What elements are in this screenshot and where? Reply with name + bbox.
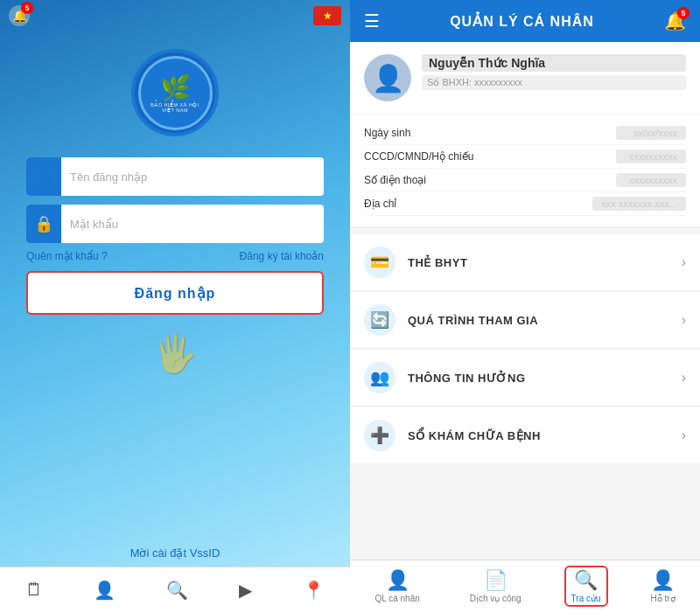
value-birthday: xx/xx/xxxx — [616, 126, 686, 140]
nav-ql-label: QL cá nhân — [374, 594, 419, 603]
username-row: 👤 — [26, 157, 324, 196]
nav-left-video[interactable]: ▶ — [239, 580, 252, 601]
nav-reports-icon: 🗒 — [25, 580, 43, 600]
nav-search-icon: 🔍 — [166, 580, 188, 601]
thong-tin-label: THÔNG TIN HƯỞNG — [408, 372, 682, 385]
value-cccd: xxxxxxxxxx — [616, 150, 686, 163]
nav-location-icon: 📍 — [303, 580, 325, 601]
password-row: 🔒 — [26, 205, 324, 243]
nav-left-location[interactable]: 📍 — [303, 580, 325, 601]
thong-tin-icon: 👥 — [370, 368, 389, 387]
label-birthday: Ngày sinh — [364, 127, 410, 139]
info-row-address: Địa chỉ xxx xxxxxxx xxx... — [364, 192, 686, 216]
logo-human-icon: 🌿 — [160, 73, 191, 102]
register-link[interactable]: Đăng ký tài khoản — [240, 250, 324, 262]
login-button-wrap: Đăng nhập — [26, 271, 324, 315]
nav-right-tracuu[interactable]: 🔍 Tra cứu — [564, 566, 608, 607]
nav-hotro-icon: 👤 — [651, 569, 675, 592]
logo-area: 🌿 BẢO HIỂM XÃ HỘIVIỆT NAM — [131, 49, 219, 136]
value-address: xxx xxxxxxx xxx... — [592, 197, 686, 211]
the-bhyt-icon: 💳 — [370, 253, 389, 272]
the-bhyt-icon-circle: 💳 — [364, 247, 396, 278]
chevron-thong-tin: › — [682, 370, 686, 386]
logo-ring-text: BẢO HIỂM XÃ HỘIVIỆT NAM — [150, 102, 200, 113]
menu-item-thong-tin[interactable]: 👥 THÔNG TIN HƯỞNG › — [350, 350, 700, 407]
profile-id: Số BHXH: xxxxxxxxxx — [422, 75, 686, 90]
info-row-cccd: CCCD/CMND/Hộ chiếu xxxxxxxxxx — [364, 145, 686, 169]
right-notification[interactable]: 🔔 5 — [664, 10, 686, 31]
login-button[interactable]: Đăng nhập — [30, 275, 320, 311]
value-phone: xxxxxxxxxx — [616, 173, 686, 187]
username-input[interactable] — [61, 170, 324, 184]
logo-circle: 🌿 BẢO HIỂM XÃ HỘIVIỆT NAM — [131, 49, 219, 136]
label-cccd: CCCD/CMND/Hộ chiếu — [364, 150, 473, 163]
login-form: 👤 🔒 — [26, 157, 324, 243]
header-title: QUẢN LÝ CÁ NHÂN — [450, 13, 594, 30]
nav-dvc-icon: 📄 — [484, 569, 508, 592]
hamburger-icon[interactable]: ☰ — [364, 10, 380, 31]
chevron-the-bhyt: › — [682, 254, 686, 270]
nav-dvc-label: Dịch vụ công — [470, 594, 522, 603]
user-icon: 👤 — [26, 157, 61, 196]
info-table: Ngày sinh xx/xx/xxxx CCCD/CMND/Hộ chiếu … — [350, 115, 700, 227]
profile-info: Nguyễn Thức Nghĩa Số BHXH: xxxxxxxxxx — [422, 54, 686, 90]
left-top-bar: 🔔 5 — [0, 0, 350, 31]
info-row-phone: Số điện thoại xxxxxxxxxx — [364, 169, 686, 192]
bottom-nav-right: 👤 QL cá nhân 📄 Dịch vụ công 🔍 Tra cứu 👤 … — [350, 560, 700, 612]
left-panel: 🔔 5 🌿 BẢO HIỂM XÃ HỘIVIỆT NAM 👤 🔒 Quên m… — [0, 0, 350, 612]
label-address: Địa chỉ — [364, 198, 396, 210]
nav-right-ql[interactable]: 👤 QL cá nhân — [368, 566, 426, 607]
qua-trinh-icon-circle: 🔄 — [364, 304, 396, 336]
qua-trinh-label: QUÁ TRÌNH THAM GIA — [408, 314, 682, 327]
profile-name: Nguyễn Thức Nghĩa — [422, 54, 686, 72]
nav-right-dvc[interactable]: 📄 Dịch vụ công — [463, 566, 528, 607]
right-panel: ☰ QUẢN LÝ CÁ NHÂN 🔔 5 👤 Nguyễn Thức Nghĩ… — [350, 0, 700, 612]
nav-tracuu-icon: 🔍 — [574, 569, 598, 592]
right-header: ☰ QUẢN LÝ CÁ NHÂN 🔔 5 — [350, 0, 700, 42]
logo-inner: 🌿 BẢO HIỂM XÃ HỘIVIỆT NAM — [138, 56, 213, 130]
menu-list: 💳 THẺ BHYT › 🔄 QUÁ TRÌNH THAM GIA › 👥 TH… — [350, 227, 700, 560]
nav-hotro-label: Hỗ trợ — [650, 594, 675, 603]
so-kham-icon: ➕ — [370, 426, 389, 445]
profile-section: 👤 Nguyễn Thức Nghĩa Số BHXH: xxxxxxxxxx — [350, 42, 700, 115]
right-badge: 5 — [677, 7, 690, 19]
avatar: 👤 — [364, 54, 411, 101]
nav-left-search[interactable]: 🔍 — [166, 580, 188, 601]
nav-video-icon: ▶ — [239, 580, 252, 601]
left-notification[interactable]: 🔔 5 — [9, 5, 30, 26]
password-input[interactable] — [61, 218, 324, 231]
bottom-nav-left: 🗒 👤 🔍 ▶ 📍 — [0, 567, 350, 612]
left-badge: 5 — [21, 2, 33, 14]
so-kham-icon-circle: ➕ — [364, 420, 396, 451]
nav-left-reports[interactable]: 🗒 — [25, 580, 43, 600]
the-bhyt-label: THẺ BHYT — [408, 256, 682, 269]
fingerprint-icon: 🖐 — [152, 332, 198, 375]
info-row-birthday: Ngày sinh xx/xx/xxxx — [364, 122, 686, 145]
menu-item-qua-trinh[interactable]: 🔄 QUÁ TRÌNH THAM GIA › — [350, 292, 700, 349]
nav-tracuu-label: Tra cứu — [571, 594, 601, 603]
nav-ql-icon: 👤 — [386, 569, 410, 592]
so-kham-label: SỔ KHÁM CHỮA BỆNH — [408, 429, 682, 442]
chevron-qua-trinh: › — [682, 312, 686, 328]
nav-right-hotro[interactable]: 👤 Hỗ trợ — [643, 566, 682, 607]
fingerprint-area[interactable]: 🖐 — [152, 332, 198, 375]
lock-icon: 🔒 — [26, 205, 61, 243]
menu-item-the-bhyt[interactable]: 💳 THẺ BHYT › — [350, 234, 700, 291]
nav-user-icon: 👤 — [94, 580, 116, 601]
vietnam-flag — [313, 6, 341, 25]
qua-trinh-icon: 🔄 — [370, 310, 389, 330]
thong-tin-icon-circle: 👥 — [364, 362, 396, 393]
nav-left-user[interactable]: 👤 — [94, 580, 116, 601]
links-row: Quên mật khẩu ? Đăng ký tài khoản — [26, 250, 324, 262]
forgot-password-link[interactable]: Quên mật khẩu ? — [26, 250, 108, 262]
menu-item-so-kham[interactable]: ➕ SỔ KHÁM CHỮA BỆNH › — [350, 407, 700, 464]
install-text: Mời cài đặt VssID — [130, 546, 220, 560]
chevron-so-kham: › — [682, 428, 686, 443]
label-phone: Số điện thoại — [364, 174, 426, 186]
